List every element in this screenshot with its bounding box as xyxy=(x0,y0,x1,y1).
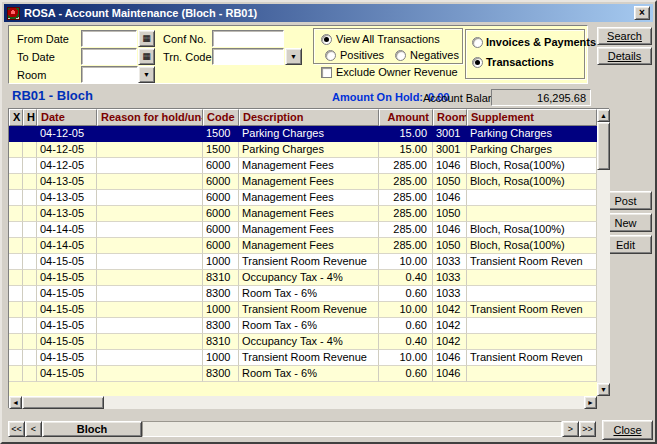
cell-room: 1033 xyxy=(433,286,467,302)
cell-room: 1046 xyxy=(433,366,467,382)
to-date-input[interactable] xyxy=(81,48,137,65)
cell-description: Management Fees xyxy=(239,238,379,254)
cell-supplement: Parking Charges xyxy=(467,142,597,158)
cell-reason xyxy=(97,286,203,302)
invoices-payments-label[interactable]: Invoices & Payments xyxy=(486,36,596,48)
cell-supplement: Bloch, Rosa(100%) xyxy=(467,222,597,238)
cell-code: 8310 xyxy=(203,270,239,286)
header-room[interactable]: Room xyxy=(433,109,467,126)
close-button[interactable]: Close xyxy=(602,420,653,440)
exclude-owner-checkbox[interactable] xyxy=(321,67,332,78)
cell-supplement xyxy=(467,190,597,206)
cell-amount: 0.60 xyxy=(379,318,433,334)
table-row[interactable]: 04-13-05 6000 Management Fees 285.00 104… xyxy=(9,190,597,206)
cell-room: 3001 xyxy=(433,142,467,158)
table-row[interactable]: 04-15-05 1000 Transient Room Revenue 10.… xyxy=(9,302,597,318)
trn-code-input[interactable] xyxy=(212,48,284,65)
cell-code: 1000 xyxy=(203,302,239,318)
cell-hold-h xyxy=(23,302,37,318)
table-row[interactable]: 04-15-05 8310 Occupancy Tax - 4% 0.40 10… xyxy=(9,270,597,286)
cell-hold-x xyxy=(9,206,23,222)
cell-description: Management Fees xyxy=(239,206,379,222)
trn-code-dropdown-icon[interactable]: ▼ xyxy=(285,48,302,65)
scroll-right-icon[interactable]: ► xyxy=(584,396,597,409)
conf-no-input[interactable] xyxy=(212,30,284,47)
cell-date: 04-15-05 xyxy=(37,270,97,286)
header-date[interactable]: Date xyxy=(37,109,97,126)
details-button[interactable]: Details xyxy=(597,47,652,65)
last-account-button[interactable]: >> xyxy=(579,421,596,437)
account-tab-track[interactable] xyxy=(142,421,562,437)
view-all-radio[interactable] xyxy=(321,34,332,45)
first-account-button[interactable]: << xyxy=(8,421,25,437)
cell-room: 1033 xyxy=(433,270,467,286)
negatives-radio[interactable] xyxy=(395,50,406,61)
exclude-owner-label[interactable]: Exclude Owner Revenue xyxy=(336,66,458,78)
table-row[interactable]: 04-15-05 1000 Transient Room Revenue 10.… xyxy=(9,350,597,366)
cell-hold-h xyxy=(23,254,37,270)
header-amount[interactable]: Amount xyxy=(379,109,433,126)
cell-date: 04-12-05 xyxy=(37,158,97,174)
table-row[interactable]: 04-14-05 6000 Management Fees 285.00 105… xyxy=(9,238,597,254)
negatives-label[interactable]: Negatives xyxy=(410,49,459,61)
cell-supplement xyxy=(467,318,597,334)
cell-reason xyxy=(97,222,203,238)
cell-room: 1042 xyxy=(433,302,467,318)
cell-amount: 285.00 xyxy=(379,238,433,254)
table-row[interactable]: 04-14-05 6000 Management Fees 285.00 104… xyxy=(9,222,597,238)
cell-code: 6000 xyxy=(203,190,239,206)
table-row[interactable]: 04-13-05 6000 Management Fees 285.00 105… xyxy=(9,174,597,190)
positives-radio[interactable] xyxy=(325,50,336,61)
transactions-label[interactable]: Transactions xyxy=(486,56,554,68)
vertical-scroll-thumb[interactable] xyxy=(597,122,610,170)
horizontal-scrollbar[interactable]: ◄ ► xyxy=(9,396,597,409)
cell-supplement xyxy=(467,286,597,302)
positives-label[interactable]: Positives xyxy=(340,49,384,61)
cell-date: 04-13-05 xyxy=(37,174,97,190)
header-hold-h[interactable]: H xyxy=(23,109,37,126)
horizontal-scroll-thumb[interactable] xyxy=(22,396,104,409)
titlebar: ROSA - Account Maintenance (Bloch - RB01… xyxy=(4,4,653,22)
table-row[interactable]: 04-15-05 8300 Room Tax - 6% 0.60 1042 xyxy=(9,318,597,334)
from-date-calendar-icon[interactable]: ▦ xyxy=(138,30,155,47)
from-date-input[interactable] xyxy=(81,30,137,47)
header-reason[interactable]: Reason for hold/un-hold xyxy=(97,109,203,126)
cell-code: 1000 xyxy=(203,350,239,366)
table-row[interactable]: 04-12-05 1500 Parking Charges 15.00 3001… xyxy=(9,142,597,158)
table-row[interactable]: 04-15-05 1000 Transient Room Revenue 10.… xyxy=(9,254,597,270)
table-row[interactable]: 04-15-05 8300 Room Tax - 6% 0.60 1033 xyxy=(9,286,597,302)
cell-hold-x xyxy=(9,302,23,318)
room-dropdown-icon[interactable]: ▼ xyxy=(138,66,155,83)
cell-hold-h xyxy=(23,286,37,302)
cell-supplement: Bloch, Rosa(100%) xyxy=(467,174,597,190)
table-row[interactable]: 04-15-05 8310 Occupancy Tax - 4% 0.40 10… xyxy=(9,334,597,350)
next-account-button[interactable]: > xyxy=(562,421,579,437)
table-row[interactable]: 04-12-05 6000 Management Fees 285.00 104… xyxy=(9,158,597,174)
header-hold-x[interactable]: X xyxy=(9,109,23,126)
transactions-radio[interactable] xyxy=(472,57,483,68)
table-row[interactable]: 04-12-05 1500 Parking Charges 15.00 3001… xyxy=(9,126,597,142)
cell-code: 8310 xyxy=(203,334,239,350)
to-date-calendar-icon[interactable]: ▦ xyxy=(138,48,155,65)
vertical-scrollbar[interactable]: ▲ ▼ xyxy=(597,109,610,396)
prev-account-button[interactable]: < xyxy=(25,421,42,437)
room-input[interactable] xyxy=(81,66,138,83)
scroll-left-icon[interactable]: ◄ xyxy=(9,396,22,409)
cell-date: 04-15-05 xyxy=(37,350,97,366)
header-description[interactable]: Description xyxy=(239,109,379,126)
titlebar-close-button[interactable]: × xyxy=(634,6,650,20)
cell-amount: 0.60 xyxy=(379,366,433,382)
cell-reason xyxy=(97,350,203,366)
header-code[interactable]: Code xyxy=(203,109,239,126)
scroll-up-icon[interactable]: ▲ xyxy=(597,109,610,122)
cell-hold-x xyxy=(9,142,23,158)
search-button[interactable]: Search xyxy=(597,27,652,45)
scroll-down-icon[interactable]: ▼ xyxy=(597,383,610,396)
account-tab-bloch[interactable]: Bloch xyxy=(42,421,142,437)
table-row[interactable]: 04-15-05 8300 Room Tax - 6% 0.60 1046 xyxy=(9,366,597,382)
view-all-label[interactable]: View All Transactions xyxy=(336,33,440,45)
invoices-payments-radio[interactable] xyxy=(472,37,483,48)
app-icon xyxy=(7,7,20,20)
header-supplement[interactable]: Supplement xyxy=(467,109,597,126)
table-row[interactable]: 04-13-05 6000 Management Fees 285.00 105… xyxy=(9,206,597,222)
